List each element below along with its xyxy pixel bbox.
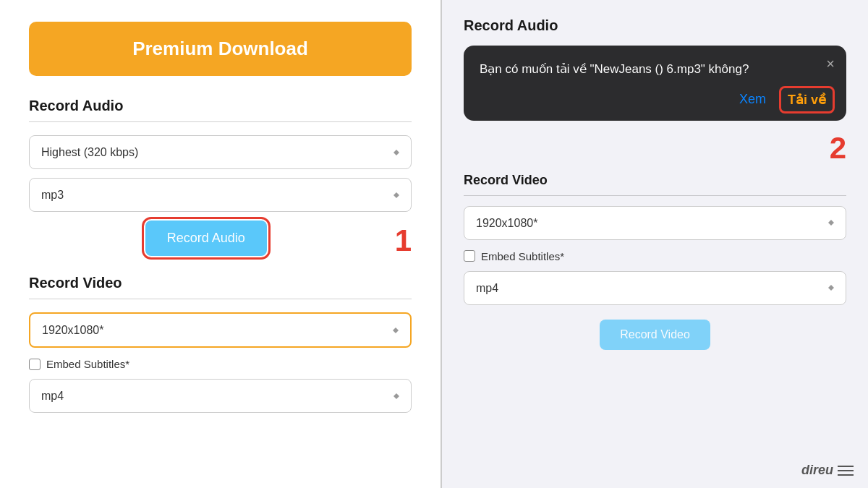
video-resolution-select[interactable]: 1920x1080* 1280x720* 854x480 640x360 xyxy=(29,312,412,348)
right-embed-subtitles-checkbox[interactable] xyxy=(464,250,475,262)
step1-label: 1 xyxy=(395,226,412,256)
premium-download-button[interactable]: Premium Download xyxy=(29,22,412,76)
audio-quality-select[interactable]: Highest (320 kbps) High (192 kbps) Mediu… xyxy=(29,135,412,169)
download-dialog: Bạn có muốn tải về "NewJeans () 6.mp3" k… xyxy=(464,46,846,121)
dialog-actions: Xem Tải về xyxy=(480,90,830,109)
right-video-format-select[interactable]: mp4 mkv webm xyxy=(464,271,846,305)
hamburger-line-3 xyxy=(838,474,854,476)
dialog-close-button[interactable]: × xyxy=(826,56,835,72)
hamburger-menu[interactable] xyxy=(838,466,854,476)
record-video-section-title: Record Video xyxy=(29,275,412,291)
embed-subtitles-label: Embed Subtitles* xyxy=(46,358,129,370)
right-embed-subtitles-label: Embed Subtitles* xyxy=(481,250,564,262)
record-video-button[interactable]: Record Video xyxy=(600,320,710,350)
record-video-divider xyxy=(29,299,412,299)
right-record-audio-title: Record Audio xyxy=(464,17,846,34)
dialog-tai-ve-button[interactable]: Tải về xyxy=(783,90,830,109)
hamburger-line-2 xyxy=(838,470,854,471)
embed-subtitles-row: Embed Subtitles* xyxy=(29,358,412,370)
audio-format-select[interactable]: mp3 aac flac wav xyxy=(29,178,412,212)
right-record-video-title: Record Video xyxy=(464,173,846,188)
embed-subtitles-checkbox[interactable] xyxy=(29,359,41,370)
video-format-select[interactable]: mp4 mkv webm xyxy=(29,379,412,413)
record-audio-button[interactable]: Record Audio xyxy=(145,221,267,256)
record-audio-divider xyxy=(29,121,412,122)
dialog-message: Bạn có muốn tải về "NewJeans () 6.mp3" k… xyxy=(480,60,830,79)
step2-label: 2 xyxy=(464,131,846,166)
record-audio-section-title: Record Audio xyxy=(29,98,412,114)
left-panel: Premium Download Record Audio Highest (3… xyxy=(0,0,441,488)
dialog-xem-button[interactable]: Xem xyxy=(739,92,766,107)
right-embed-subtitles-row: Embed Subtitles* xyxy=(464,250,846,262)
hamburger-line-1 xyxy=(838,466,854,467)
bottom-bar: direu xyxy=(801,463,854,478)
right-record-video-divider xyxy=(464,195,846,196)
record-video-section: Record Video 1920x1080* 1280x720* 854x48… xyxy=(29,275,412,421)
right-panel: Record Audio Bạn có muốn tải về "NewJean… xyxy=(442,0,868,488)
bottom-logo: direu xyxy=(801,463,833,478)
right-video-resolution-select[interactable]: 1920x1080* 1280x720* 854x480 640x360 xyxy=(464,206,846,240)
record-audio-btn-row: Record Audio 1 xyxy=(29,221,412,260)
